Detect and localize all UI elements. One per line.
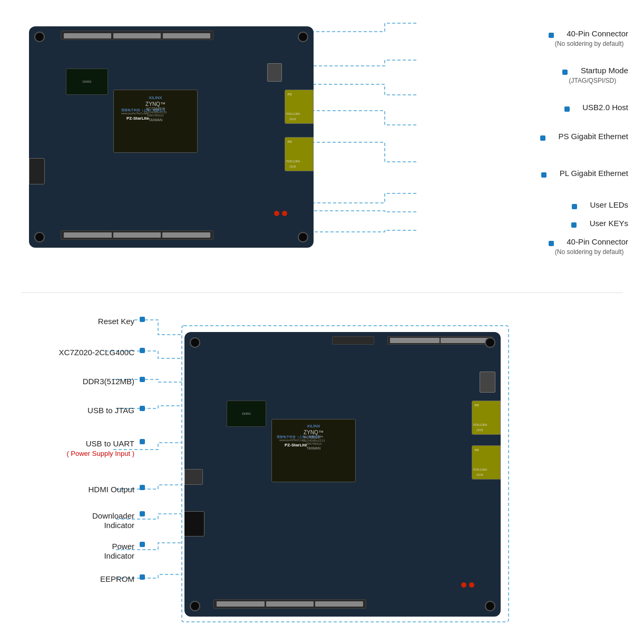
dot-hdmi (140, 485, 145, 490)
label-text-xc7z020: XC7Z020-2CLG400C (59, 348, 134, 357)
bottom-section: PZ PZ911130A 23/18 PZ PZ911130A 23/18 XI… (0, 300, 644, 638)
dot-reset-key (140, 317, 145, 322)
label-user-keys: User KEYs (578, 219, 628, 228)
top-section: XILINX ZYNQ™ XC7Z020™ CLG400Bx2213 D6679… (0, 11, 644, 274)
label-usb-uart: USB to UART ( Power Supply Input ) (3, 439, 134, 458)
label-text-usb-jtag: USB to JTAG (87, 406, 134, 415)
label-text-startup-mode: Startup Mode (581, 66, 628, 75)
label-sub-40pin-bottom: (No soldering by default) (555, 248, 624, 256)
label-user-leds: User LEDs (578, 200, 628, 210)
dot-ddr3 (140, 377, 145, 382)
diagram-container: .conn-line { stroke: #4da6d6; stroke-wid… (0, 0, 644, 644)
top-board-pcb: XILINX ZYNQ™ XC7Z020™ CLG400Bx2213 D6679… (29, 26, 314, 248)
label-usb2-host: USB2.0 Host (571, 103, 628, 112)
label-text-40pin-bottom: 40-Pin Connector (567, 237, 628, 246)
label-eeprom: EEPROM (3, 574, 134, 584)
label-text-40pin-top: 40-Pin Connector (567, 29, 628, 38)
label-hdmi: HDMI Output (3, 485, 134, 494)
dot-downloader (140, 511, 145, 516)
label-sub-startup-mode: (JTAG/QSPI/SD) (569, 77, 616, 84)
dot-user-leds (572, 204, 577, 209)
label-ddr3: DDR3(512MB) (3, 377, 134, 386)
dot-usb2-host (564, 106, 570, 112)
label-text-power-supply: ( Power Supply Input ) (66, 450, 134, 457)
label-downloader: Downloader Indicator (3, 511, 134, 530)
label-xc7z020: XC7Z020-2CLG400C (3, 348, 134, 357)
section-divider (21, 292, 623, 293)
label-text-power: Power (112, 542, 134, 551)
dot-usb-uart (140, 439, 145, 444)
dot-startup-mode (562, 70, 568, 75)
dot-pl-gigabit (541, 172, 547, 178)
dot-ps-gigabit (540, 135, 545, 141)
label-usb-jtag: USB to JTAG (3, 406, 134, 415)
label-pl-gigabit: PL Gigabit Ethernet (548, 169, 628, 178)
label-text-hdmi: HDMI Output (88, 485, 134, 494)
dot-power-indicator (140, 542, 145, 547)
dot-eeprom (140, 574, 145, 580)
label-40pin-top: 40-Pin Connector (No soldering by defaul… (555, 29, 628, 48)
label-startup-mode: Startup Mode (JTAG/QSPI/SD) (569, 66, 628, 85)
label-text-downloader: Downloader (92, 511, 134, 520)
label-text-ddr3: DDR3(512MB) (83, 377, 134, 386)
label-40pin-bottom: 40-Pin Connector (No soldering by defaul… (555, 237, 628, 256)
label-text-power-indicator: Indicator (104, 551, 134, 560)
label-text-user-leds: User LEDs (590, 200, 628, 209)
label-text-ps-gigabit: PS Gigabit Ethernet (558, 132, 628, 141)
label-text-usb2-host: USB2.0 Host (582, 103, 628, 112)
label-text-user-keys: User KEYs (590, 219, 628, 228)
dot-40pin-bottom (549, 241, 554, 246)
label-reset-key: Reset Key (3, 317, 134, 326)
label-text-reset-key: Reset Key (98, 317, 134, 326)
dot-xc7z020 (140, 348, 145, 353)
bottom-board-pcb: PZ PZ911130A 23/18 PZ PZ911130A 23/18 XI… (184, 332, 501, 617)
label-sub-40pin-top: (No soldering by default) (555, 40, 624, 47)
dot-user-keys (571, 222, 577, 228)
dot-usb-jtag (140, 406, 145, 411)
label-text-usb-uart: USB to UART (86, 439, 134, 448)
dot-40pin-top (549, 33, 554, 38)
label-text-downloader-indicator: Indicator (104, 521, 134, 530)
label-power-indicator: Power Indicator (3, 542, 134, 561)
label-text-eeprom: EEPROM (100, 574, 134, 583)
label-text-pl-gigabit: PL Gigabit Ethernet (560, 169, 628, 178)
label-ps-gigabit: PS Gigabit Ethernet (547, 132, 628, 141)
